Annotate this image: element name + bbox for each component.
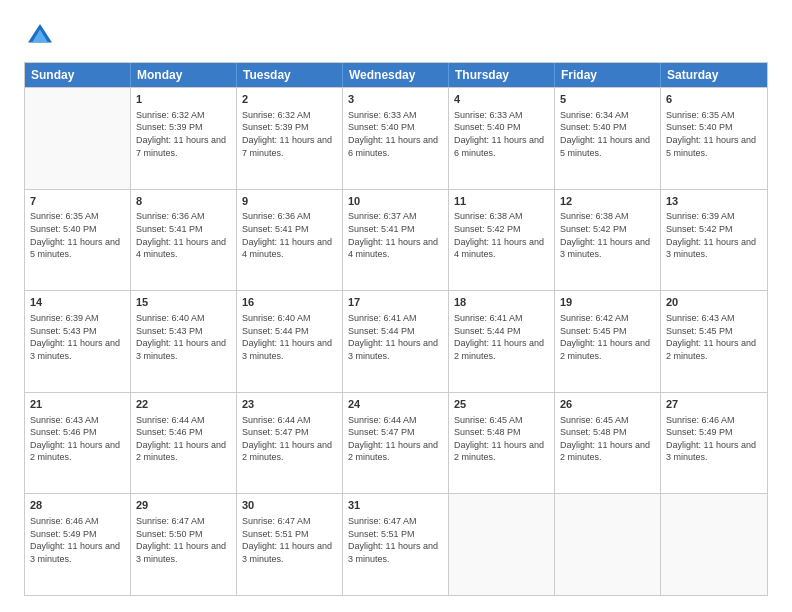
day-number: 16 <box>242 295 337 310</box>
day-number: 22 <box>136 397 231 412</box>
day-cell-8: 8Sunrise: 6:36 AM Sunset: 5:41 PM Daylig… <box>131 190 237 291</box>
day-cell-3: 3Sunrise: 6:33 AM Sunset: 5:40 PM Daylig… <box>343 88 449 189</box>
calendar-row-5: 28Sunrise: 6:46 AM Sunset: 5:49 PM Dayli… <box>25 493 767 595</box>
day-info: Sunrise: 6:45 AM Sunset: 5:48 PM Dayligh… <box>560 414 655 464</box>
day-number: 15 <box>136 295 231 310</box>
calendar-header: SundayMondayTuesdayWednesdayThursdayFrid… <box>25 63 767 87</box>
day-number: 11 <box>454 194 549 209</box>
day-number: 8 <box>136 194 231 209</box>
day-cell-21: 21Sunrise: 6:43 AM Sunset: 5:46 PM Dayli… <box>25 393 131 494</box>
day-number: 31 <box>348 498 443 513</box>
calendar: SundayMondayTuesdayWednesdayThursdayFrid… <box>24 62 768 596</box>
day-cell-1: 1Sunrise: 6:32 AM Sunset: 5:39 PM Daylig… <box>131 88 237 189</box>
day-info: Sunrise: 6:39 AM Sunset: 5:43 PM Dayligh… <box>30 312 125 362</box>
day-header-thursday: Thursday <box>449 63 555 87</box>
day-cell-22: 22Sunrise: 6:44 AM Sunset: 5:46 PM Dayli… <box>131 393 237 494</box>
day-cell-7: 7Sunrise: 6:35 AM Sunset: 5:40 PM Daylig… <box>25 190 131 291</box>
day-info: Sunrise: 6:45 AM Sunset: 5:48 PM Dayligh… <box>454 414 549 464</box>
generalblue-logo-icon <box>24 20 56 52</box>
day-number: 10 <box>348 194 443 209</box>
day-info: Sunrise: 6:37 AM Sunset: 5:41 PM Dayligh… <box>348 210 443 260</box>
day-info: Sunrise: 6:46 AM Sunset: 5:49 PM Dayligh… <box>666 414 762 464</box>
day-cell-27: 27Sunrise: 6:46 AM Sunset: 5:49 PM Dayli… <box>661 393 767 494</box>
day-info: Sunrise: 6:36 AM Sunset: 5:41 PM Dayligh… <box>242 210 337 260</box>
day-number: 3 <box>348 92 443 107</box>
day-number: 18 <box>454 295 549 310</box>
day-header-wednesday: Wednesday <box>343 63 449 87</box>
day-header-tuesday: Tuesday <box>237 63 343 87</box>
day-number: 4 <box>454 92 549 107</box>
day-info: Sunrise: 6:34 AM Sunset: 5:40 PM Dayligh… <box>560 109 655 159</box>
day-number: 9 <box>242 194 337 209</box>
day-info: Sunrise: 6:43 AM Sunset: 5:46 PM Dayligh… <box>30 414 125 464</box>
day-info: Sunrise: 6:35 AM Sunset: 5:40 PM Dayligh… <box>30 210 125 260</box>
day-info: Sunrise: 6:38 AM Sunset: 5:42 PM Dayligh… <box>560 210 655 260</box>
day-info: Sunrise: 6:40 AM Sunset: 5:43 PM Dayligh… <box>136 312 231 362</box>
day-number: 23 <box>242 397 337 412</box>
day-header-sunday: Sunday <box>25 63 131 87</box>
day-cell-17: 17Sunrise: 6:41 AM Sunset: 5:44 PM Dayli… <box>343 291 449 392</box>
day-info: Sunrise: 6:32 AM Sunset: 5:39 PM Dayligh… <box>136 109 231 159</box>
day-info: Sunrise: 6:47 AM Sunset: 5:50 PM Dayligh… <box>136 515 231 565</box>
day-info: Sunrise: 6:39 AM Sunset: 5:42 PM Dayligh… <box>666 210 762 260</box>
day-number: 14 <box>30 295 125 310</box>
day-number: 24 <box>348 397 443 412</box>
day-info: Sunrise: 6:44 AM Sunset: 5:47 PM Dayligh… <box>242 414 337 464</box>
day-cell-31: 31Sunrise: 6:47 AM Sunset: 5:51 PM Dayli… <box>343 494 449 595</box>
day-cell-25: 25Sunrise: 6:45 AM Sunset: 5:48 PM Dayli… <box>449 393 555 494</box>
day-number: 17 <box>348 295 443 310</box>
page: SundayMondayTuesdayWednesdayThursdayFrid… <box>0 0 792 612</box>
day-header-friday: Friday <box>555 63 661 87</box>
day-number: 25 <box>454 397 549 412</box>
day-number: 12 <box>560 194 655 209</box>
day-cell-20: 20Sunrise: 6:43 AM Sunset: 5:45 PM Dayli… <box>661 291 767 392</box>
day-header-saturday: Saturday <box>661 63 767 87</box>
day-cell-5: 5Sunrise: 6:34 AM Sunset: 5:40 PM Daylig… <box>555 88 661 189</box>
calendar-row-1: 1Sunrise: 6:32 AM Sunset: 5:39 PM Daylig… <box>25 87 767 189</box>
day-info: Sunrise: 6:44 AM Sunset: 5:47 PM Dayligh… <box>348 414 443 464</box>
day-info: Sunrise: 6:33 AM Sunset: 5:40 PM Dayligh… <box>348 109 443 159</box>
day-cell-2: 2Sunrise: 6:32 AM Sunset: 5:39 PM Daylig… <box>237 88 343 189</box>
empty-cell <box>25 88 131 189</box>
day-number: 2 <box>242 92 337 107</box>
day-number: 27 <box>666 397 762 412</box>
day-info: Sunrise: 6:44 AM Sunset: 5:46 PM Dayligh… <box>136 414 231 464</box>
day-cell-26: 26Sunrise: 6:45 AM Sunset: 5:48 PM Dayli… <box>555 393 661 494</box>
day-number: 19 <box>560 295 655 310</box>
day-number: 1 <box>136 92 231 107</box>
day-number: 5 <box>560 92 655 107</box>
empty-cell <box>555 494 661 595</box>
calendar-row-3: 14Sunrise: 6:39 AM Sunset: 5:43 PM Dayli… <box>25 290 767 392</box>
day-info: Sunrise: 6:47 AM Sunset: 5:51 PM Dayligh… <box>348 515 443 565</box>
day-cell-9: 9Sunrise: 6:36 AM Sunset: 5:41 PM Daylig… <box>237 190 343 291</box>
calendar-body: 1Sunrise: 6:32 AM Sunset: 5:39 PM Daylig… <box>25 87 767 595</box>
day-info: Sunrise: 6:41 AM Sunset: 5:44 PM Dayligh… <box>454 312 549 362</box>
empty-cell <box>661 494 767 595</box>
day-cell-16: 16Sunrise: 6:40 AM Sunset: 5:44 PM Dayli… <box>237 291 343 392</box>
day-info: Sunrise: 6:40 AM Sunset: 5:44 PM Dayligh… <box>242 312 337 362</box>
day-number: 30 <box>242 498 337 513</box>
day-cell-24: 24Sunrise: 6:44 AM Sunset: 5:47 PM Dayli… <box>343 393 449 494</box>
day-cell-15: 15Sunrise: 6:40 AM Sunset: 5:43 PM Dayli… <box>131 291 237 392</box>
day-cell-18: 18Sunrise: 6:41 AM Sunset: 5:44 PM Dayli… <box>449 291 555 392</box>
day-number: 6 <box>666 92 762 107</box>
day-number: 20 <box>666 295 762 310</box>
day-number: 29 <box>136 498 231 513</box>
day-cell-13: 13Sunrise: 6:39 AM Sunset: 5:42 PM Dayli… <box>661 190 767 291</box>
day-number: 13 <box>666 194 762 209</box>
day-info: Sunrise: 6:42 AM Sunset: 5:45 PM Dayligh… <box>560 312 655 362</box>
calendar-row-2: 7Sunrise: 6:35 AM Sunset: 5:40 PM Daylig… <box>25 189 767 291</box>
day-info: Sunrise: 6:41 AM Sunset: 5:44 PM Dayligh… <box>348 312 443 362</box>
day-info: Sunrise: 6:35 AM Sunset: 5:40 PM Dayligh… <box>666 109 762 159</box>
day-number: 28 <box>30 498 125 513</box>
day-info: Sunrise: 6:36 AM Sunset: 5:41 PM Dayligh… <box>136 210 231 260</box>
calendar-row-4: 21Sunrise: 6:43 AM Sunset: 5:46 PM Dayli… <box>25 392 767 494</box>
header <box>24 20 768 52</box>
day-info: Sunrise: 6:38 AM Sunset: 5:42 PM Dayligh… <box>454 210 549 260</box>
day-cell-14: 14Sunrise: 6:39 AM Sunset: 5:43 PM Dayli… <box>25 291 131 392</box>
day-header-monday: Monday <box>131 63 237 87</box>
day-number: 7 <box>30 194 125 209</box>
day-info: Sunrise: 6:47 AM Sunset: 5:51 PM Dayligh… <box>242 515 337 565</box>
day-cell-12: 12Sunrise: 6:38 AM Sunset: 5:42 PM Dayli… <box>555 190 661 291</box>
day-cell-28: 28Sunrise: 6:46 AM Sunset: 5:49 PM Dayli… <box>25 494 131 595</box>
